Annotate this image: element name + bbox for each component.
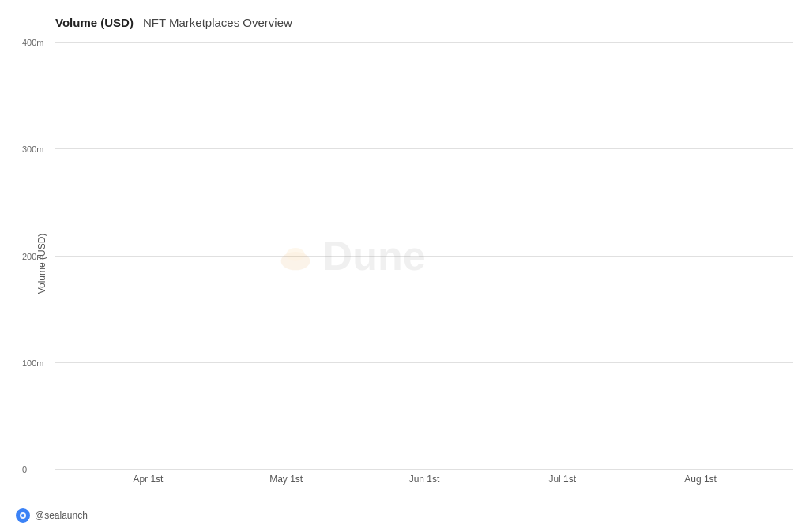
grid-line: 200m: [55, 256, 793, 257]
grid-and-bars: Dune 400m300m200m100m0: [55, 42, 793, 469]
grid-label: 400m: [22, 38, 44, 47]
grid-line: 0: [55, 469, 793, 470]
footer-handle: @sealaunch: [35, 510, 88, 521]
chart-body: Volume (USD) Dune 400m300m200m100m0 Apr …: [55, 42, 793, 485]
footer-icon: [16, 508, 30, 523]
grid-label: 100m: [22, 358, 44, 368]
chart-title-name: NFT Marketplaces Overview: [143, 16, 292, 29]
chart-area: Dune 400m300m200m100m0 Apr 1stMay 1stJun…: [55, 42, 793, 485]
chart-container: Volume (USD) NFT Marketplaces Overview V…: [0, 0, 809, 532]
y-axis-label: Volume (USD): [36, 233, 47, 294]
x-axis: Apr 1stMay 1stJun 1stJul 1stAug 1st: [55, 469, 793, 485]
grid-label: 0: [22, 465, 27, 474]
grid-line: 100m: [55, 362, 793, 363]
x-label: Jul 1st: [539, 474, 586, 485]
x-label: May 1st: [262, 474, 310, 485]
grid-line: 300m: [55, 148, 793, 149]
footer: @sealaunch: [16, 508, 88, 523]
grid-line: 400m: [55, 42, 793, 43]
chart-header: Volume (USD) NFT Marketplaces Overview: [55, 16, 793, 29]
x-label: Jun 1st: [401, 474, 448, 485]
grid-label: 300m: [22, 144, 44, 154]
grid-label: 200m: [22, 252, 44, 261]
svg-point-3: [21, 514, 24, 517]
x-label: Apr 1st: [124, 474, 171, 485]
chart-title-volume: Volume (USD): [55, 16, 134, 29]
x-label: Aug 1st: [677, 474, 724, 485]
